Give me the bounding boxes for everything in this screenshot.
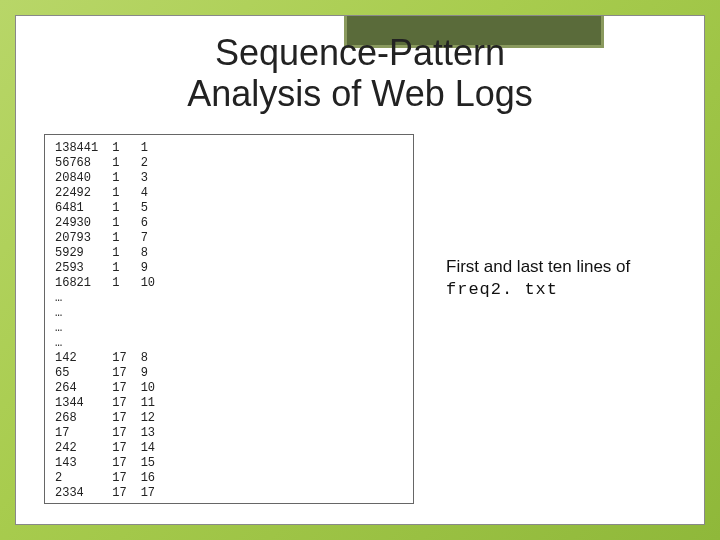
table-cell: 264 — [55, 381, 112, 396]
table-cell: 1 — [112, 261, 140, 276]
caption-text: First and last ten lines of — [446, 257, 630, 276]
table-row: … — [55, 291, 169, 306]
table-cell: 12 — [141, 411, 169, 426]
table-row: 2084013 — [55, 171, 169, 186]
table-cell: 2334 — [55, 486, 112, 501]
table-cell: 13 — [141, 426, 169, 441]
caption-filename: freq2. txt — [446, 280, 558, 299]
table-cell: 16821 — [55, 276, 112, 291]
table-cell: 2 — [55, 471, 112, 486]
table-row: … — [55, 321, 169, 336]
table-cell — [141, 336, 169, 351]
table-cell: 1 — [112, 276, 140, 291]
table-cell: 1 — [141, 141, 169, 156]
table-cell: 1 — [112, 141, 140, 156]
title-line-2: Analysis of Web Logs — [187, 73, 533, 114]
table-cell: 2 — [141, 156, 169, 171]
table-cell: 11 — [141, 396, 169, 411]
table-cell: 5929 — [55, 246, 112, 261]
table-row: 16821110 — [55, 276, 169, 291]
table-cell: 17 — [112, 456, 140, 471]
table-cell: 1 — [112, 156, 140, 171]
table-row: 171713 — [55, 426, 169, 441]
table-cell: 17 — [112, 486, 140, 501]
table-cell — [112, 306, 140, 321]
table-cell — [112, 291, 140, 306]
table-cell: 17 — [112, 471, 140, 486]
table-cell: 17 — [112, 366, 140, 381]
table-cell: 143 — [55, 456, 112, 471]
data-listing-box: 1384411156768122084013224921464811524930… — [44, 134, 414, 504]
table-cell: 17 — [112, 351, 140, 366]
table-row: 2421714 — [55, 441, 169, 456]
table-row: … — [55, 336, 169, 351]
table-row: 21716 — [55, 471, 169, 486]
table-cell: 268 — [55, 411, 112, 426]
table-cell: 8 — [141, 351, 169, 366]
table-cell: 7 — [141, 231, 169, 246]
caption: First and last ten lines of freq2. txt — [446, 256, 686, 301]
table-cell — [112, 321, 140, 336]
table-cell: … — [55, 336, 112, 351]
table-cell: 1344 — [55, 396, 112, 411]
table-cell: 17 — [112, 426, 140, 441]
table-cell: 16 — [141, 471, 169, 486]
table-row: 13844111 — [55, 141, 169, 156]
table-cell: 8 — [141, 246, 169, 261]
table-row: 5676812 — [55, 156, 169, 171]
table-cell: 17 — [55, 426, 112, 441]
table-row: 23341717 — [55, 486, 169, 501]
table-row: 1431715 — [55, 456, 169, 471]
table-cell: 17 — [112, 396, 140, 411]
table-cell: 15 — [141, 456, 169, 471]
table-cell: 22492 — [55, 186, 112, 201]
table-cell: 4 — [141, 186, 169, 201]
table-row: 592918 — [55, 246, 169, 261]
table-cell: 20840 — [55, 171, 112, 186]
table-cell: 6 — [141, 216, 169, 231]
table-row: 2079317 — [55, 231, 169, 246]
table-cell — [112, 336, 140, 351]
table-cell: … — [55, 306, 112, 321]
table-cell: 3 — [141, 171, 169, 186]
table-cell: 17 — [112, 441, 140, 456]
table-row: 648115 — [55, 201, 169, 216]
table-cell: 1 — [112, 186, 140, 201]
table-cell: … — [55, 321, 112, 336]
table-cell: 17 — [112, 381, 140, 396]
slide: Sequence-Pattern Analysis of Web Logs 13… — [15, 15, 705, 525]
table-row: … — [55, 306, 169, 321]
table-cell: 65 — [55, 366, 112, 381]
table-cell: 9 — [141, 261, 169, 276]
table-cell: 56768 — [55, 156, 112, 171]
table-cell: 2593 — [55, 261, 112, 276]
table-row: 65179 — [55, 366, 169, 381]
table-cell: 10 — [141, 381, 169, 396]
table-cell — [141, 291, 169, 306]
table-cell: 138441 — [55, 141, 112, 156]
table-cell: 242 — [55, 441, 112, 456]
table-row: 2641710 — [55, 381, 169, 396]
table-row: 2681712 — [55, 411, 169, 426]
table-cell: 9 — [141, 366, 169, 381]
table-cell: 1 — [112, 201, 140, 216]
table-cell: 24930 — [55, 216, 112, 231]
table-cell: 1 — [112, 231, 140, 246]
table-cell: 17 — [141, 486, 169, 501]
table-cell: 1 — [112, 216, 140, 231]
table-cell: 20793 — [55, 231, 112, 246]
table-cell — [141, 306, 169, 321]
table-cell: 142 — [55, 351, 112, 366]
table-cell: 5 — [141, 201, 169, 216]
table-cell: 14 — [141, 441, 169, 456]
table-row: 142178 — [55, 351, 169, 366]
table-row: 259319 — [55, 261, 169, 276]
table-row: 13441711 — [55, 396, 169, 411]
table-cell: … — [55, 291, 112, 306]
table-cell: 1 — [112, 246, 140, 261]
table-cell: 1 — [112, 171, 140, 186]
table-cell: 6481 — [55, 201, 112, 216]
title-line-1: Sequence-Pattern — [215, 32, 505, 73]
data-table: 1384411156768122084013224921464811524930… — [55, 141, 169, 501]
slide-title: Sequence-Pattern Analysis of Web Logs — [16, 32, 704, 115]
